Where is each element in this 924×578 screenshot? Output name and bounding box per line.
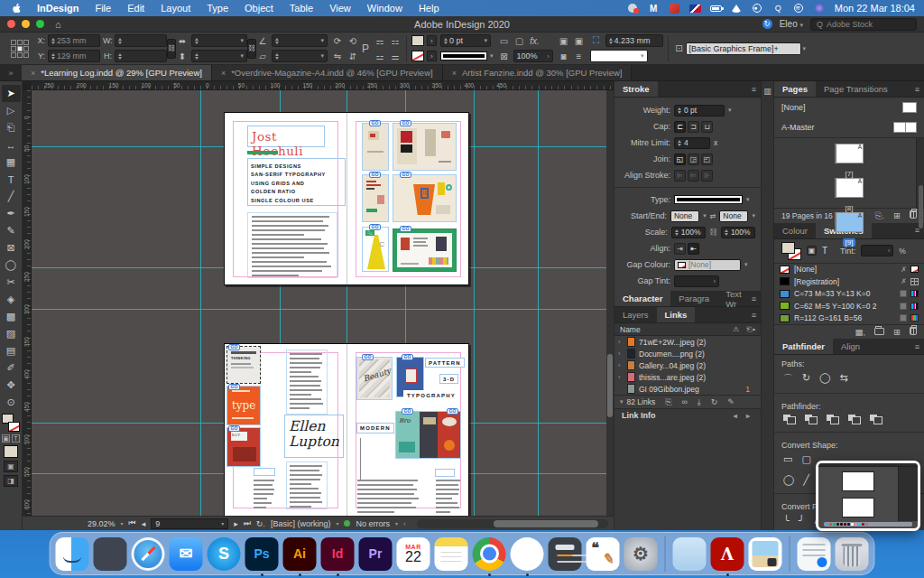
wrap-jump-button[interactable]: ≡ [573, 51, 586, 61]
dock-finder[interactable] [56, 537, 89, 571]
embed-link-icon[interactable]: ⤓ [698, 397, 701, 407]
label-pattern[interactable]: PATTERN [425, 358, 465, 368]
siri-icon[interactable] [814, 3, 826, 14]
menu-object[interactable]: Object [236, 0, 282, 16]
tab-overflow-icon[interactable]: » [0, 65, 22, 80]
link-badge[interactable]: GO [400, 226, 411, 232]
link-row[interactable]: ›Documen....png (2) [614, 348, 761, 359]
dock-indesign[interactable]: Id [321, 537, 355, 571]
fill-dropdown[interactable]: › [427, 35, 437, 46]
rotate-ccw-button[interactable]: ⟲ [346, 36, 359, 46]
stroke-weight-field[interactable]: 0 pt [674, 105, 725, 117]
corner-radius-field[interactable]: 4.233 mm [605, 34, 663, 47]
zoom-level[interactable]: 29.02% [88, 519, 116, 528]
tab-align[interactable]: Align [833, 339, 868, 354]
dock-photoshop[interactable]: Ps [245, 537, 279, 571]
vertical-ruler[interactable]: 050100150200250300350400450500550600 [23, 90, 32, 516]
pathfinder-operation-icon[interactable] [827, 415, 839, 424]
tab-links[interactable]: Links [657, 307, 696, 322]
close-tab-icon[interactable]: × [31, 69, 35, 78]
eyedropper-tool[interactable]: ✐ [2, 359, 21, 377]
menu-edit[interactable]: Edit [119, 0, 152, 16]
label-3d[interactable]: 3-D [439, 374, 458, 384]
path-operation-icon[interactable]: ⇆ [840, 372, 848, 386]
dock-slack[interactable] [511, 537, 544, 571]
home-icon[interactable]: ⌂ [55, 19, 61, 30]
selection-tool[interactable]: ➤ [2, 85, 21, 102]
link-badge[interactable]: GO [447, 408, 458, 415]
gap-tool[interactable]: ↔ [2, 136, 21, 154]
user-menu[interactable]: Eleo ▾ [780, 19, 803, 29]
tab-layers[interactable]: Layers [614, 307, 657, 322]
type-tool[interactable]: T [2, 171, 21, 188]
apply-colour-button[interactable] [4, 445, 18, 458]
master-row[interactable]: [None] [774, 98, 924, 117]
image-frame-collage[interactable]: Bro [395, 411, 461, 459]
tab-character[interactable]: Character [614, 291, 670, 306]
pathfinder-operation-icon[interactable] [783, 415, 796, 424]
new-page-icon[interactable]: ⊞ [893, 210, 901, 220]
image-frame-red-book[interactable]: D.I.Y. [226, 427, 261, 467]
link-info-bar[interactable]: Link Info ◂ ▸ [614, 408, 761, 422]
swatch-row[interactable]: [None]✗ [774, 264, 924, 276]
link-badge[interactable]: GO [228, 344, 240, 350]
spread-ellen-lupton[interactable]: THINKING type D.I.Y. [224, 343, 469, 516]
convert-shape-icon[interactable]: ◯ [783, 474, 794, 486]
convert-point-icon[interactable]: ╯ [799, 515, 805, 527]
libraries-panel-icon[interactable]: ▥ [762, 87, 772, 96]
pathfinder-operation-icon[interactable] [805, 415, 818, 424]
rotation-field[interactable]: ▾ [272, 34, 328, 47]
spread-jost-hochuli[interactable]: Jost Hochuli SIMPLE DESIGNSSAN-SERIF TYP… [224, 112, 469, 285]
pages-scrollbar[interactable] [916, 138, 924, 208]
path-operation-icon[interactable]: ⌒ [783, 372, 793, 386]
master-row[interactable]: A-Master [774, 117, 924, 137]
tab-page-transitions[interactable]: Page Transitions [816, 81, 896, 97]
wrap-none-button[interactable]: ▣ [558, 36, 570, 46]
pathfinder-operation-icon[interactable] [870, 415, 882, 424]
menu-view[interactable]: View [321, 0, 359, 16]
delete-page-icon[interactable] [910, 210, 917, 220]
effects-icon[interactable]: fx. [529, 36, 541, 46]
convert-shape-icon[interactable]: ▭ [783, 453, 792, 465]
swatch-row[interactable]: C=73 M=33 Y=13 K=0 [774, 288, 924, 301]
hand-tool[interactable]: ✥ [2, 377, 21, 394]
path-operation-icon[interactable]: ↻ [802, 372, 810, 386]
constrain-scale-link[interactable]: ⛓ [247, 39, 256, 59]
page-number-dropdown[interactable]: 9▾ [151, 518, 228, 529]
image-frame[interactable]: II [393, 174, 457, 222]
fill-color-swatch[interactable] [411, 35, 424, 46]
next-page-button[interactable]: ▸ [234, 519, 238, 528]
cap-buttons[interactable]: ⊏⊐⊔ [674, 121, 713, 133]
horizontal-ruler[interactable]: 2502001501005005010015020025030035040045… [32, 81, 614, 90]
horizontal-scrollbar[interactable] [417, 519, 608, 528]
dock-mail[interactable]: ✉ [170, 537, 203, 571]
dock-safari[interactable] [132, 537, 165, 571]
swirl-icon[interactable] [627, 3, 639, 14]
menu-help[interactable]: Help [411, 0, 448, 16]
image-frame[interactable] [362, 174, 389, 222]
app-icon[interactable] [669, 3, 680, 14]
disclosure-icon[interactable]: › [618, 350, 624, 357]
gradient-tool[interactable]: ▩ [2, 308, 21, 325]
path-operation-icon[interactable]: ◯ [819, 372, 830, 386]
ruler-origin[interactable] [23, 81, 32, 90]
close-window-button[interactable] [7, 20, 15, 28]
link-row[interactable]: ›thisiss...are.jpeg (2) [614, 371, 761, 383]
constrain-dimensions-link[interactable]: ⛓ [167, 39, 176, 59]
align-icon-1[interactable]: ⚎ [374, 36, 386, 46]
align-icon-2[interactable]: ⚍ [374, 51, 386, 61]
label-modern[interactable]: MODERN [356, 423, 394, 434]
prev-page-button[interactable]: ◂ [142, 519, 146, 528]
image-frame[interactable]: □△ C [362, 227, 389, 272]
switcher-icon[interactable]: ≋ [793, 3, 805, 14]
swatch-row[interactable]: C=62 M=5 Y=100 K=0 2 [774, 300, 924, 312]
dock-textedit[interactable]: ❝✎ [587, 537, 620, 571]
page-tool[interactable]: ⎗ [2, 119, 21, 136]
scale-end-field[interactable]: 100% [721, 227, 755, 238]
panel-menu-icon[interactable]: ≡ [915, 81, 924, 97]
scissors-tool[interactable]: ✂ [2, 274, 21, 291]
width-field[interactable] [115, 34, 167, 47]
swatch-row[interactable]: [Registration]✗ [774, 275, 924, 288]
height-field[interactable] [115, 50, 167, 62]
tab-stroke[interactable]: Stroke [614, 81, 658, 97]
